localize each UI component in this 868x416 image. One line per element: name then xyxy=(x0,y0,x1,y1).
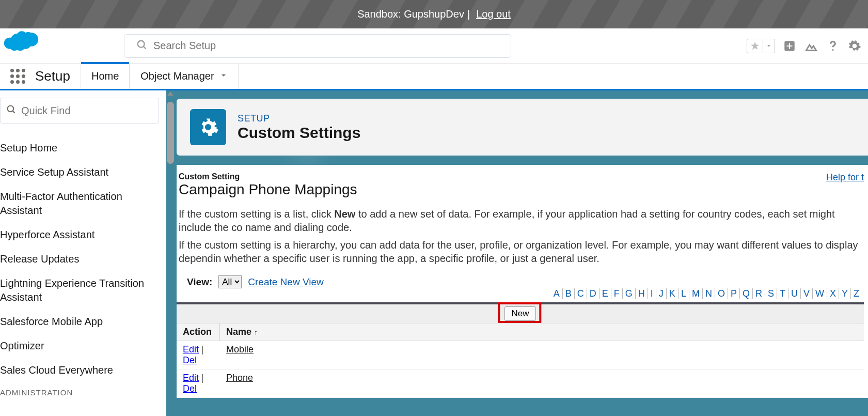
search-icon xyxy=(136,39,148,53)
alpha-letter[interactable]: U xyxy=(788,288,801,299)
svg-line-5 xyxy=(13,111,15,113)
header-utilities xyxy=(747,39,862,53)
star-icon xyxy=(747,39,763,53)
alpha-letter[interactable]: N xyxy=(703,288,715,299)
view-select[interactable]: All xyxy=(218,275,242,288)
col-name[interactable]: Name ↑ xyxy=(220,323,264,341)
quick-find-input[interactable] xyxy=(0,98,159,124)
chevron-down-icon xyxy=(763,41,775,51)
alpha-letter[interactable]: Q xyxy=(740,288,753,299)
alpha-letter[interactable]: T xyxy=(777,288,788,299)
global-header xyxy=(0,28,868,64)
page-eyebrow: SETUP xyxy=(238,113,360,124)
chevron-down-icon xyxy=(219,70,228,82)
table-row: Edit | DelPhone xyxy=(177,369,864,398)
description-2: If the custom setting is a hierarchy, yo… xyxy=(177,238,864,265)
record-name-link[interactable]: Phone xyxy=(226,373,253,383)
svg-line-1 xyxy=(144,46,146,49)
alpha-letter[interactable]: D xyxy=(587,288,599,299)
svg-point-0 xyxy=(138,40,145,47)
record-title: Campaign Phone Mappings xyxy=(177,181,864,198)
delete-link[interactable]: Del xyxy=(183,383,197,394)
sidebar-item[interactable]: Sales Cloud Everywhere xyxy=(0,358,166,382)
context-bar: Setup Home Object Manager xyxy=(0,64,868,90)
alpha-letter[interactable]: O xyxy=(715,288,728,299)
alpha-letter[interactable]: V xyxy=(801,288,813,299)
app-name: Setup xyxy=(35,68,70,84)
sidebar-item[interactable]: Salesforce Mobile App xyxy=(0,310,166,334)
alpha-letter[interactable]: F xyxy=(611,288,623,299)
alpha-filter: ABCDEFGHIJKLMNOPQRSTUVWXYZ xyxy=(177,288,864,299)
main-content: SETUP Custom Settings Help for t Custom … xyxy=(166,90,868,416)
scrollbar-thumb[interactable] xyxy=(167,102,174,164)
page-title: Custom Settings xyxy=(238,124,360,142)
alpha-letter[interactable]: X xyxy=(827,288,839,299)
sidebar-item[interactable]: Service Setup Assistant xyxy=(0,160,166,184)
alpha-letter[interactable]: H xyxy=(636,288,648,299)
alpha-letter[interactable]: W xyxy=(813,288,827,299)
col-action: Action xyxy=(177,323,220,341)
scrollbar-up-icon[interactable] xyxy=(167,91,173,96)
sidebar-item[interactable]: Release Updates xyxy=(0,247,166,271)
svg-point-4 xyxy=(8,106,14,112)
sort-asc-icon: ↑ xyxy=(254,328,258,336)
alpha-letter[interactable]: E xyxy=(599,288,611,299)
app-launcher-icon[interactable] xyxy=(7,66,28,87)
detail-panel: Help for t Custom Setting Campaign Phone… xyxy=(177,165,868,398)
search-input[interactable] xyxy=(124,34,511,58)
sidebar-item[interactable]: Multi-Factor Authentication Assistant xyxy=(0,184,166,223)
alpha-letter[interactable]: K xyxy=(667,288,678,299)
sidebar-item[interactable]: Lightning Experience Transition Assistan… xyxy=(0,271,166,310)
favorites-menu[interactable] xyxy=(747,39,775,53)
alpha-letter[interactable]: R xyxy=(753,288,765,299)
view-label: View: xyxy=(187,276,212,288)
sidebar-item[interactable]: Setup Home xyxy=(0,136,166,160)
alpha-letter[interactable]: B xyxy=(563,288,575,299)
create-new-view-link[interactable]: Create New View xyxy=(248,276,323,288)
alpha-letter[interactable]: L xyxy=(678,288,689,299)
alpha-letter[interactable]: M xyxy=(689,288,703,299)
sidebar-item[interactable]: Hyperforce Assistant xyxy=(0,223,166,247)
record-type-label: Custom Setting xyxy=(177,172,864,181)
new-button[interactable]: New xyxy=(504,306,535,321)
table-header: Action Name ↑ xyxy=(177,323,864,341)
alpha-letter[interactable]: I xyxy=(648,288,656,299)
tab-object-manager[interactable]: Object Manager xyxy=(130,64,238,89)
record-name-link[interactable]: Mobile xyxy=(226,344,254,355)
salesforce-logo[interactable] xyxy=(0,26,40,55)
trailhead-icon[interactable] xyxy=(804,39,818,53)
alpha-letter[interactable]: A xyxy=(551,288,563,299)
alpha-letter[interactable]: P xyxy=(728,288,740,299)
edit-link[interactable]: Edit xyxy=(183,373,199,383)
global-actions-icon[interactable] xyxy=(782,39,797,53)
description-1: If the custom setting is a list, click N… xyxy=(177,207,864,234)
sidebar-item[interactable]: ADMINISTRATION xyxy=(0,382,166,403)
setup-gear-icon[interactable] xyxy=(847,39,862,53)
alpha-letter[interactable]: J xyxy=(656,288,667,299)
tab-home[interactable]: Home xyxy=(81,64,130,89)
alpha-letter[interactable]: C xyxy=(575,288,587,299)
edit-link[interactable]: Edit xyxy=(183,344,199,355)
help-icon[interactable] xyxy=(826,39,840,53)
page-header: SETUP Custom Settings xyxy=(177,99,868,156)
help-link[interactable]: Help for t xyxy=(826,172,864,183)
table-row: Edit | DelMobile xyxy=(177,341,864,369)
sandbox-header: Sandbox: GupshupDev | Log out xyxy=(0,0,868,28)
global-search xyxy=(124,34,511,58)
alpha-letter[interactable]: S xyxy=(765,288,777,299)
sidebar-item[interactable]: Optimizer xyxy=(0,334,166,358)
alpha-letter[interactable]: Y xyxy=(839,288,851,299)
logout-link[interactable]: Log out xyxy=(476,8,511,20)
delete-link[interactable]: Del xyxy=(183,355,197,365)
setup-sidebar: Setup HomeService Setup AssistantMulti-F… xyxy=(0,90,166,416)
records-table: New Action Name ↑ Edit | DelMobileEdit |… xyxy=(177,302,864,398)
gear-icon xyxy=(190,109,226,145)
alpha-letter[interactable]: Z xyxy=(851,288,862,299)
sandbox-label: Sandbox: GupshupDev xyxy=(357,8,464,20)
alpha-letter[interactable]: G xyxy=(623,288,636,299)
svg-point-3 xyxy=(832,49,833,50)
search-icon xyxy=(6,104,17,117)
